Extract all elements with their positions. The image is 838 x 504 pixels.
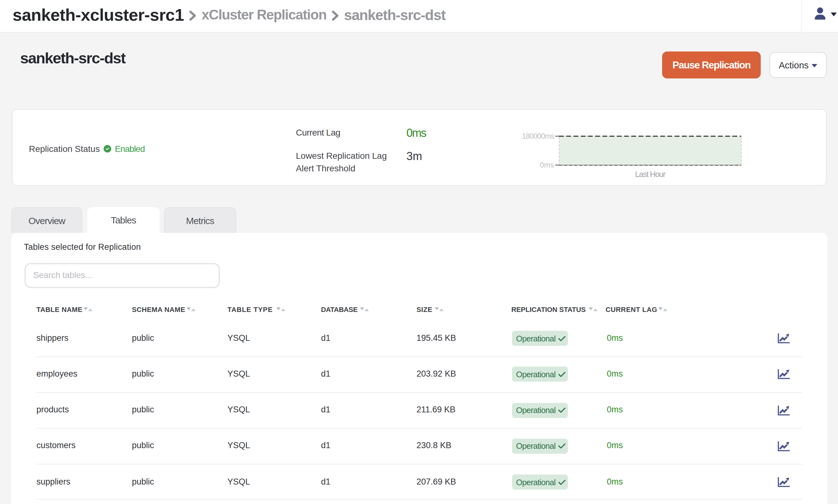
svg-text:180000ms: 180000ms	[522, 132, 555, 140]
svg-text:Last Hour: Last Hour	[635, 170, 666, 179]
svg-text:0ms: 0ms	[540, 161, 554, 169]
